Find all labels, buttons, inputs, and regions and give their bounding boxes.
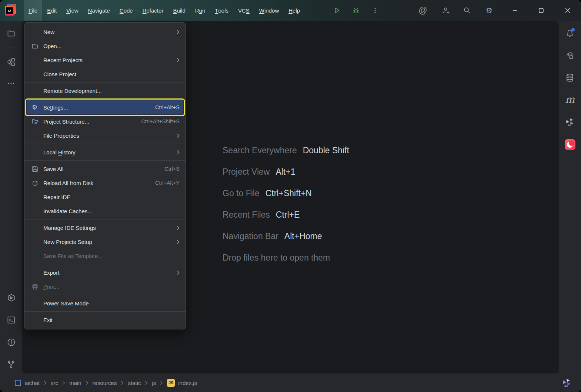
gear-icon: ⚙ [32,104,43,111]
ai-assistant-icon[interactable]: @ [416,4,430,17]
project-folder-icon[interactable] [4,26,19,41]
label: Manage IDE Settings [43,225,96,231]
run-icon[interactable] [330,4,344,17]
hint-keys: Alt+Home [284,231,322,241]
menu-item-new-projects-setup[interactable]: New Projects Setup [24,235,186,249]
menu-help[interactable]: Help [284,0,305,21]
save-icon [32,166,43,172]
menu-build[interactable]: Build [168,0,190,21]
code-with-me-icon[interactable] [439,4,452,17]
menu-navigate[interactable]: Navigate [83,0,115,21]
menu-run[interactable]: Run [190,0,210,21]
notifications-bell-icon[interactable] [562,26,577,41]
label: Export [43,269,59,276]
menu-item-file-properties[interactable]: File Properties [24,128,186,143]
menu-separator [24,311,186,312]
status-bar: aichat src main resources static js JS i… [0,373,581,392]
drop-hint-label: Drop files here to open them [223,253,330,263]
more-tool-windows-icon[interactable] [4,76,19,91]
submenu-arrow-icon [177,270,180,275]
menu-item-repair-ide[interactable]: Repair IDE [24,190,186,204]
shortcut: Ctrl+Alt+S [155,104,180,110]
hint-search-everywhere: Search Everywhere Double Shift [223,145,349,155]
label: Recent Projects [43,57,83,63]
menu-window[interactable]: Window [254,0,284,21]
menu-vcs[interactable]: VCS [233,0,254,21]
project-structure-icon [32,118,43,125]
javascript-file-icon: JS [167,379,175,387]
label: Remote Development... [43,88,102,94]
menu-item-project-structure[interactable]: Project Structure... Ctrl+Alt+Shift+S [24,114,186,128]
menu-item-save-file-as-template[interactable]: Save File as Template... [24,249,186,263]
label: Power Save Mode [43,300,89,306]
file-menu-popup: New Open... Recent Projects Close Projec… [24,22,186,329]
plugin-knot-icon[interactable] [562,115,577,130]
menu-item-power-save-mode[interactable]: Power Save Mode [24,296,186,310]
plugin-knot-blue-icon[interactable] [562,378,571,388]
submenu-arrow-icon [177,58,180,63]
menu-item-save-all[interactable]: Save All Ctrl+S [24,162,186,176]
hint-keys: Ctrl+E [276,210,300,220]
debug-icon[interactable] [349,4,363,17]
menu-item-open[interactable]: Open... [24,39,186,53]
version-control-icon[interactable] [4,357,19,372]
submenu-arrow-icon [177,225,180,230]
submenu-arrow-icon [177,150,180,155]
hint-project-view: Project View Alt+1 [223,167,349,177]
menu-tools[interactable]: Tools [210,0,233,21]
label: Invalidate Caches... [43,208,92,214]
settings-gear-icon[interactable]: ⚙ [483,4,496,17]
breadcrumb-main[interactable]: main [69,380,81,386]
minimize-button[interactable] [508,4,522,17]
menu-file[interactable]: File [24,0,42,21]
menu-item-close-project[interactable]: Close Project [24,67,186,81]
label: Save File as Template... [43,253,103,259]
menu-separator [24,295,186,295]
chevron-right-icon [62,381,65,385]
breadcrumb-project[interactable]: aichat [25,380,40,386]
menu-item-settings[interactable]: ⚙ Settings... Ctrl+Alt+S [27,100,183,114]
editor-shortcut-hints: Search Everywhere Double Shift Project V… [223,145,349,274]
menu-item-export[interactable]: Export [24,265,186,279]
terminal-icon[interactable] [4,312,19,327]
search-icon[interactable] [460,4,474,17]
breadcrumb-js[interactable]: js [152,380,156,386]
menu-item-remote-development[interactable]: Remote Development... [24,84,186,98]
chevron-right-icon [86,381,89,385]
services-icon[interactable] [4,290,19,305]
hint-go-to-file: Go to File Ctrl+Shift+N [223,188,349,198]
menu-code[interactable]: Code [115,0,138,21]
menu-item-new[interactable]: New [24,25,186,39]
structure-icon[interactable] [4,54,19,69]
menu-item-print[interactable]: Print... [24,279,186,294]
printer-icon [32,284,43,290]
chevron-right-icon [121,381,124,385]
breadcrumb-static[interactable]: static [128,380,141,386]
menu-item-manage-ide-settings[interactable]: Manage IDE Settings [24,221,186,235]
menu-item-exit[interactable]: Exit [24,313,186,327]
menu-item-local-history[interactable]: Local History [24,145,186,159]
menu-edit[interactable]: Edit [42,0,61,21]
close-button[interactable] [561,4,574,17]
chevron-right-icon [160,381,163,385]
plugin-pink-icon[interactable] [562,137,577,152]
shortcut: Ctrl+S [164,166,180,172]
problems-icon[interactable] [4,335,19,349]
hint-navigation-bar: Navigation Bar Alt+Home [223,231,349,241]
maximize-button[interactable] [534,4,548,17]
label: Close Project [43,71,76,77]
breadcrumb-file[interactable]: index.js [178,380,197,386]
breadcrumb-src[interactable]: src [51,380,58,386]
menu-item-recent-projects[interactable]: Recent Projects [24,53,186,67]
ai-chat-icon[interactable] [562,48,577,63]
database-icon[interactable] [562,70,577,85]
menu-refactor[interactable]: Refactor [138,0,168,21]
maven-icon[interactable]: m [562,92,577,107]
breadcrumb-resources[interactable]: resources [93,380,117,386]
menu-item-reload-all[interactable]: Reload All from Disk Ctrl+Alt+Y [24,176,186,190]
menu-item-invalidate-caches[interactable]: Invalidate Caches... [24,204,186,218]
notification-badge [571,28,575,31]
menu-view[interactable]: View [61,0,83,21]
more-options-icon[interactable] [368,4,382,17]
main-menu-bar: File Edit View Navigate Code Refactor Bu… [24,0,305,21]
